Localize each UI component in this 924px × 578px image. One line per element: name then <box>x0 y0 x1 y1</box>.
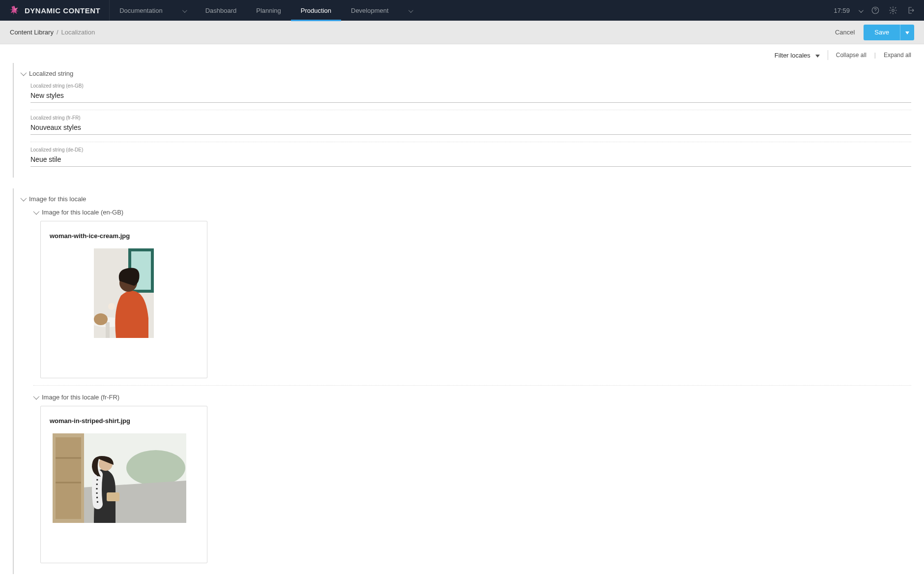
nav-development[interactable]: Development <box>341 0 422 21</box>
svg-point-2 <box>892 9 895 12</box>
nav-dashboard[interactable]: Dashboard <box>196 0 247 21</box>
image-locale-toggle-fr-fr[interactable]: Image for this locale (fr-FR) <box>21 391 911 406</box>
save-button-group: Save <box>864 25 914 40</box>
filter-locales-dropdown[interactable]: Filter locales <box>775 52 820 59</box>
locale-toolbar: Filter locales Collapse all | Expand all <box>0 44 924 63</box>
section-title: Localized string <box>29 70 73 77</box>
field-divider <box>30 110 911 110</box>
sub-header-actions: Cancel Save <box>835 25 914 40</box>
breadcrumb-root[interactable]: Content Library <box>10 29 54 36</box>
nav-label: Production <box>301 7 331 14</box>
filter-locales-label: Filter locales <box>775 52 810 59</box>
svg-rect-19 <box>107 492 119 501</box>
image-card-fr-fr[interactable]: woman-in-striped-shirt.jpg <box>40 406 207 563</box>
field-label: Localized string (en-GB) <box>30 83 911 89</box>
chevron-down-icon <box>21 195 25 203</box>
top-right: 17:59 <box>834 6 924 15</box>
nav-label: Documentation <box>119 7 162 14</box>
content-area: Localized string Localized string (en-GB… <box>0 63 924 578</box>
chevron-down-icon <box>408 7 412 14</box>
chevron-down-icon <box>859 7 862 14</box>
caret-down-icon <box>905 29 909 36</box>
chevron-down-icon <box>182 7 186 14</box>
sub-header: Content Library / Localization Cancel Sa… <box>0 21 924 44</box>
image-thumbnail <box>50 433 198 523</box>
nav-documentation[interactable]: Documentation <box>110 0 195 21</box>
localized-string-section: Localized string Localized string (en-GB… <box>13 63 911 178</box>
nav-label: Development <box>351 7 389 14</box>
image-card-en-gb[interactable]: woman-with-ice-cream.jpg <box>40 221 207 378</box>
save-button[interactable]: Save <box>864 25 900 40</box>
chevron-down-icon <box>33 209 38 216</box>
caret-down-icon <box>815 52 820 59</box>
localized-field-de-de: Localized string (de-DE) <box>30 147 911 167</box>
top-nav: Documentation Dashboard Planning Product… <box>110 0 421 21</box>
breadcrumb-leaf: Localization <box>61 29 95 36</box>
top-bar: DYNAMIC CONTENT Documentation Dashboard … <box>0 0 924 21</box>
gear-icon[interactable] <box>889 6 897 15</box>
field-label: Localized string (fr-FR) <box>30 115 911 121</box>
section-toggle-localized-string[interactable]: Localized string <box>21 67 911 80</box>
toolbar-separator: | <box>874 52 876 59</box>
cancel-button[interactable]: Cancel <box>835 29 855 36</box>
image-locale-heading: Image for this locale (fr-FR) <box>42 394 119 401</box>
nav-label: Planning <box>256 7 281 14</box>
nav-planning[interactable]: Planning <box>246 0 291 21</box>
help-icon[interactable] <box>871 6 880 15</box>
image-section: Image for this locale Image for this loc… <box>13 188 911 574</box>
section-toggle-image[interactable]: Image for this locale <box>21 192 911 206</box>
brand: DYNAMIC CONTENT <box>0 0 110 21</box>
brand-logo-icon <box>9 5 20 16</box>
image-filename: woman-in-striped-shirt.jpg <box>50 417 198 425</box>
localized-input-de-de[interactable] <box>30 153 911 167</box>
image-thumbnail <box>50 248 198 338</box>
image-filename: woman-with-ice-cream.jpg <box>50 232 198 240</box>
breadcrumb-separator: / <box>57 29 58 36</box>
section-title: Image for this locale <box>29 195 86 203</box>
chevron-down-icon <box>21 70 25 77</box>
localized-input-fr-fr[interactable] <box>30 122 911 135</box>
time-value: 17:59 <box>834 7 850 14</box>
svg-rect-15 <box>56 437 81 519</box>
toolbar-divider <box>828 50 828 60</box>
svg-point-13 <box>126 450 185 486</box>
nav-label: Dashboard <box>205 7 237 14</box>
field-divider <box>30 142 911 142</box>
localized-field-fr-fr: Localized string (fr-FR) <box>30 115 911 135</box>
time-selector[interactable]: 17:59 <box>834 7 862 14</box>
nav-production[interactable]: Production <box>291 0 341 21</box>
svg-point-9 <box>108 303 115 310</box>
image-locale-heading: Image for this locale (en-GB) <box>42 209 123 216</box>
svg-point-1 <box>875 12 876 12</box>
image-locale-toggle-en-gb[interactable]: Image for this locale (en-GB) <box>21 206 911 221</box>
svg-point-10 <box>94 313 108 325</box>
brand-name: DYNAMIC CONTENT <box>25 6 100 15</box>
logout-icon[interactable] <box>906 6 915 15</box>
localized-field-en-gb: Localized string (en-GB) <box>30 83 911 103</box>
chevron-down-icon <box>33 394 38 401</box>
locale-divider <box>33 385 911 386</box>
breadcrumb: Content Library / Localization <box>10 29 95 36</box>
svg-rect-7 <box>106 322 110 338</box>
localized-input-en-gb[interactable] <box>30 90 911 103</box>
save-dropdown-button[interactable] <box>900 25 914 40</box>
field-label: Localized string (de-DE) <box>30 147 911 152</box>
collapse-all-button[interactable]: Collapse all <box>836 52 866 59</box>
expand-all-button[interactable]: Expand all <box>884 52 911 59</box>
